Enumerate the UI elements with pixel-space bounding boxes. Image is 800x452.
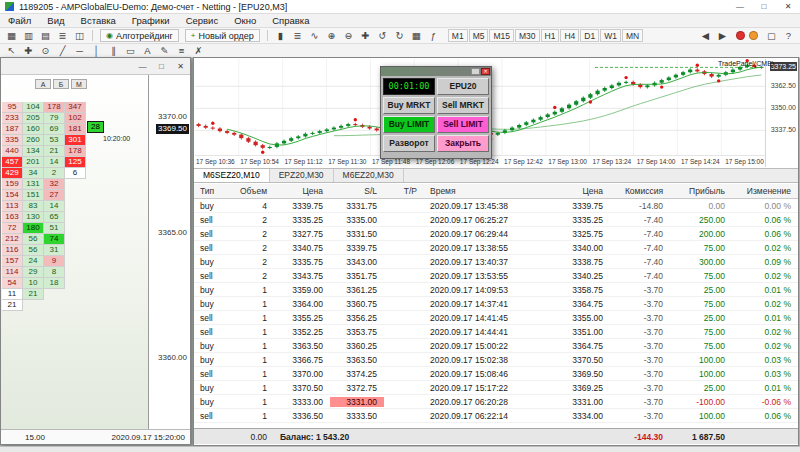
- trade-row[interactable]: sell13336.503333.502020.09.17 06:22:1433…: [194, 409, 798, 423]
- algotrading-button[interactable]: ◉ Алготрейдинг: [100, 29, 179, 42]
- trade-row[interactable]: sell23327.753331.502020.09.17 06:29:4433…: [194, 227, 798, 241]
- dom-window-titlebar[interactable]: — □ ✕: [1, 58, 190, 75]
- link-windows-icon[interactable]: ◫: [72, 29, 87, 42]
- trade-row[interactable]: buy13364.003360.752020.09.17 14:37:41336…: [194, 297, 798, 311]
- dom-price-cell[interactable]: 65: [44, 212, 65, 223]
- trade-row[interactable]: sell23340.753339.752020.09.17 13:38:5533…: [194, 241, 798, 255]
- dom-price-cell[interactable]: [23, 300, 44, 311]
- watchlist-icon[interactable]: ≣: [55, 29, 70, 42]
- timeframe-M5[interactable]: M5: [469, 29, 489, 42]
- maximize-button[interactable]: □: [752, 0, 776, 13]
- trade-panel-window[interactable]: ✕ 00:01:00 EPU20 Buy MRKT Sell MRKT Buy …: [380, 66, 492, 159]
- trade-row[interactable]: sell23335.253335.002020.09.17 06:25:2733…: [194, 213, 798, 227]
- chart-price-axis[interactable]: 3362.503350.003337.503373.25: [765, 59, 798, 167]
- dom-price-cell[interactable]: 31: [44, 245, 65, 256]
- grid-icon[interactable]: ▦: [409, 29, 424, 42]
- dom-price-cell[interactable]: 53: [44, 135, 65, 146]
- menu-item-Окно[interactable]: Окно: [226, 14, 264, 28]
- dom-price-cell[interactable]: [65, 201, 86, 212]
- undo-icon[interactable]: ↺: [375, 29, 390, 42]
- buy-market-button[interactable]: Buy MRKT: [383, 97, 435, 114]
- dom-price-cell[interactable]: 9: [44, 256, 65, 267]
- menu-item-Сервис[interactable]: Сервис: [178, 14, 227, 28]
- dom-col-button-А[interactable]: А: [35, 79, 51, 89]
- scroll-left-icon[interactable]: ◀: [698, 29, 713, 42]
- windows-icon[interactable]: ▢: [764, 29, 779, 42]
- dom-price-cell[interactable]: 56: [23, 234, 44, 245]
- dom-price-cell[interactable]: 212: [2, 234, 23, 245]
- dom-price-cell[interactable]: 160: [23, 124, 44, 135]
- dom-price-cell[interactable]: 178: [65, 146, 86, 157]
- dom-price-cell[interactable]: 14: [44, 157, 65, 168]
- trade-row[interactable]: sell13370.003374.252020.09.17 15:08:4633…: [194, 367, 798, 381]
- dom-price-cell[interactable]: 8: [44, 267, 65, 278]
- trade-panel-close-button[interactable]: ✕: [481, 68, 490, 75]
- dom-price-cell[interactable]: [65, 278, 86, 289]
- menu-item-Графики[interactable]: Графики: [124, 14, 178, 28]
- dom-price-cell[interactable]: 27: [44, 190, 65, 201]
- hline-icon[interactable]: ─: [72, 44, 87, 57]
- timeframe-H1[interactable]: H1: [541, 29, 560, 42]
- dom-price-cell[interactable]: [65, 212, 86, 223]
- menu-item-Вставка[interactable]: Вставка: [73, 14, 124, 28]
- trade-row[interactable]: buy13333.003331.002020.09.17 06:20:28333…: [194, 395, 798, 409]
- timeframe-W1[interactable]: W1: [600, 29, 621, 42]
- dom-close-button[interactable]: ✕: [171, 59, 190, 74]
- dom-price-cell[interactable]: 113: [2, 201, 23, 212]
- dom-price-cell[interactable]: 54: [2, 278, 23, 289]
- dom-price-axis[interactable]: 3370.003369.503365.003360.00: [148, 75, 190, 429]
- dom-price-cell[interactable]: 74: [44, 234, 65, 245]
- symbol-button[interactable]: EPU20: [437, 78, 489, 95]
- dom-price-cell[interactable]: [65, 300, 86, 311]
- dom-price-cell[interactable]: [65, 234, 86, 245]
- chart-tab-2[interactable]: M6EZ20,M30: [334, 169, 404, 182]
- dom-price-cell[interactable]: 24: [23, 256, 44, 267]
- menu-item-Вид[interactable]: Вид: [39, 14, 72, 28]
- dom-price-cell[interactable]: 32: [44, 179, 65, 190]
- dom-price-cell[interactable]: 95: [2, 102, 23, 113]
- column-header-2[interactable]: Цена: [274, 186, 330, 196]
- dom-price-cell[interactable]: 440: [2, 146, 23, 157]
- trade-row[interactable]: buy13359.003361.252020.09.17 14:09:53335…: [194, 283, 798, 297]
- timeframe-H4[interactable]: H4: [560, 29, 579, 42]
- dom-price-cell[interactable]: 233: [2, 113, 23, 124]
- help-icon[interactable]: ?: [781, 29, 796, 42]
- dom-price-cell[interactable]: 6: [65, 168, 86, 179]
- scroll-right-icon[interactable]: ▶: [715, 29, 730, 42]
- column-header-6[interactable]: Цена: [554, 186, 610, 196]
- menu-item-Файл[interactable]: Файл: [0, 14, 39, 28]
- dom-price-cell[interactable]: 51: [44, 223, 65, 234]
- trade-row[interactable]: buy13366.753363.502020.09.17 15:02:38337…: [194, 353, 798, 367]
- dom-price-cell[interactable]: 181: [65, 124, 86, 135]
- trade-panel-minimize-button[interactable]: [471, 68, 480, 75]
- dot-tool-icon[interactable]: ⊙: [38, 44, 53, 57]
- dom-price-cell[interactable]: [65, 223, 86, 234]
- dom-price-cell[interactable]: 114: [2, 267, 23, 278]
- dom-price-cell[interactable]: 457: [2, 157, 23, 168]
- dom-price-cell[interactable]: 163: [2, 212, 23, 223]
- minimize-button[interactable]: —: [728, 0, 752, 13]
- dom-price-cell[interactable]: [65, 267, 86, 278]
- reverse-button[interactable]: Разворот: [383, 135, 435, 152]
- trade-panel-titlebar[interactable]: ✕: [381, 67, 491, 76]
- dom-price-cell[interactable]: 72: [2, 223, 23, 234]
- trade-row[interactable]: buy43339.753331.752020.09.17 13:45:38333…: [194, 199, 798, 213]
- column-header-4[interactable]: T/P: [384, 186, 424, 196]
- bars-type-icon[interactable]: ≣: [290, 29, 305, 42]
- timeframe-M1[interactable]: M1: [448, 29, 468, 42]
- sell-market-button[interactable]: Sell MRKT: [437, 97, 489, 114]
- chart-tab-1[interactable]: EPZ20,M30: [270, 169, 334, 182]
- dom-price-cell[interactable]: [65, 179, 86, 190]
- dom-price-cell[interactable]: 130: [23, 212, 44, 223]
- dom-price-cell[interactable]: 14: [44, 201, 65, 212]
- dom-price-cell[interactable]: 260: [23, 135, 44, 146]
- redo-icon[interactable]: ↻: [392, 29, 407, 42]
- dom-price-cell[interactable]: 347: [65, 102, 86, 113]
- pencil-icon[interactable]: ✎: [157, 44, 172, 57]
- dom-price-cell[interactable]: [44, 289, 65, 300]
- crosshair-tool-icon[interactable]: ✚: [21, 44, 36, 57]
- channel-icon[interactable]: ∥: [106, 44, 121, 57]
- dom-price-cell[interactable]: 83: [23, 201, 44, 212]
- dom-price-cell[interactable]: [65, 245, 86, 256]
- column-header-9[interactable]: Изменение: [732, 186, 798, 196]
